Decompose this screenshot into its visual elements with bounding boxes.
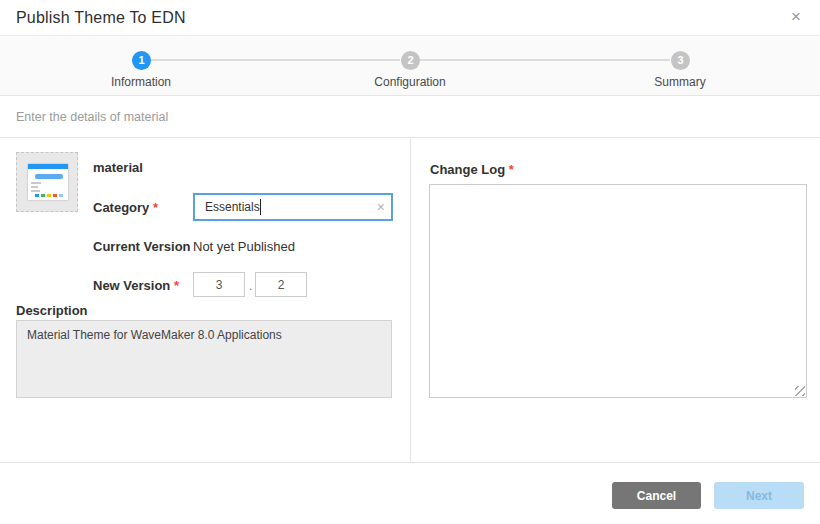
step-connector-line: [420, 59, 670, 61]
theme-thumbnail: [16, 152, 78, 212]
current-version-label: Current Version: [93, 239, 191, 254]
details-panel: material Category * × Current Version No…: [0, 138, 410, 462]
category-input[interactable]: [193, 193, 393, 221]
change-log-label: Change Log *: [430, 162, 514, 177]
change-log-textarea[interactable]: [429, 184, 807, 398]
subtitle-bar: Enter the details of material: [0, 96, 820, 138]
required-asterisk: *: [174, 278, 179, 293]
step-connector-line: [151, 59, 400, 61]
step-1-label: Information: [41, 75, 241, 89]
new-version-label: New Version *: [93, 278, 179, 293]
version-minor-input[interactable]: [255, 272, 307, 297]
clear-icon[interactable]: ×: [377, 199, 385, 215]
version-separator: .: [249, 279, 252, 293]
description-label: Description: [16, 303, 88, 318]
dialog-header: Publish Theme To EDN ×: [0, 0, 820, 36]
theme-preview-icon: [28, 164, 68, 200]
cancel-button[interactable]: Cancel: [612, 482, 701, 509]
changelog-panel: Change Log *: [410, 138, 820, 462]
description-textarea[interactable]: Material Theme for WaveMaker 8.0 Applica…: [16, 320, 392, 398]
category-label: Category *: [93, 200, 158, 215]
step-3-label: Summary: [580, 75, 780, 89]
theme-name: material: [93, 160, 143, 175]
version-major-input[interactable]: [193, 272, 245, 297]
step-1-circle[interactable]: 1: [132, 51, 151, 70]
subtitle-text: Enter the details of material: [16, 96, 168, 138]
close-icon[interactable]: ×: [784, 0, 808, 36]
resize-handle-icon[interactable]: [795, 386, 805, 396]
text-cursor: [260, 199, 261, 215]
change-log-field: [429, 184, 807, 398]
required-asterisk: *: [153, 200, 158, 215]
dialog-title: Publish Theme To EDN: [16, 0, 186, 36]
required-asterisk: *: [509, 162, 514, 177]
next-button[interactable]: Next: [714, 482, 804, 509]
step-2-label: Configuration: [310, 75, 510, 89]
category-field: ×: [193, 193, 393, 221]
current-version-value: Not yet Published: [193, 239, 295, 254]
step-2-circle[interactable]: 2: [401, 51, 420, 70]
dialog-footer: Cancel Next: [0, 462, 820, 524]
publish-theme-dialog: Publish Theme To EDN × 1 Information 2 C…: [0, 0, 820, 524]
step-3-circle[interactable]: 3: [671, 51, 690, 70]
wizard-stepper: 1 Information 2 Configuration 3 Summary: [0, 36, 820, 96]
